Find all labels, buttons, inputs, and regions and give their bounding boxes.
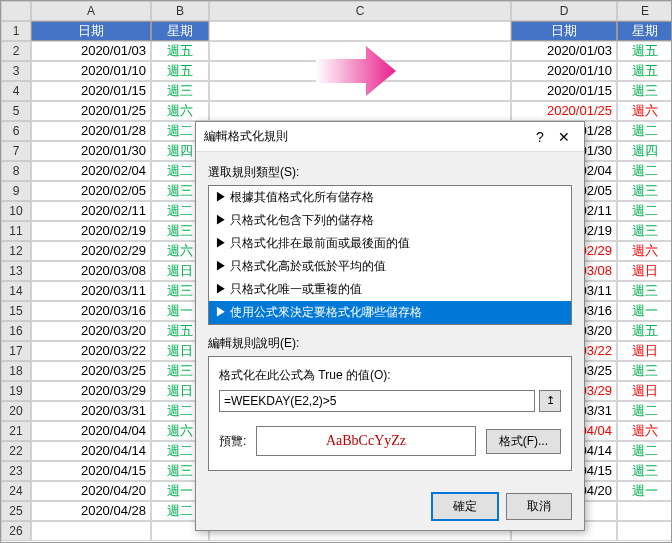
rule-type-list[interactable]: ▶ 根據其值格式化所有儲存格▶ 只格式化包含下列的儲存格▶ 只格式化排在最前面或… [208, 185, 572, 325]
cell-date[interactable]: 2020/01/10 [31, 61, 151, 81]
cell[interactable] [209, 81, 511, 101]
cell-weekday[interactable]: 週日 [617, 261, 672, 281]
cell-weekday[interactable]: 週五 [617, 41, 672, 61]
cell-date[interactable]: 2020/03/22 [31, 341, 151, 361]
cell-weekday[interactable]: 週三 [151, 81, 209, 101]
cell-weekday[interactable]: 週六 [617, 421, 672, 441]
cell-weekday[interactable]: 週四 [617, 141, 672, 161]
col-header-E[interactable]: E [617, 1, 672, 21]
cell[interactable] [209, 101, 511, 121]
cell-weekday[interactable]: 週三 [617, 461, 672, 481]
cell-date[interactable]: 2020/03/20 [31, 321, 151, 341]
row-header[interactable]: 12 [1, 241, 31, 261]
cell-weekday[interactable]: 週二 [617, 401, 672, 421]
cell-date[interactable]: 2020/02/11 [31, 201, 151, 221]
formula-input[interactable] [219, 390, 535, 412]
cell-weekday[interactable]: 週五 [151, 61, 209, 81]
col-header-B[interactable]: B [151, 1, 209, 21]
row-header[interactable]: 20 [1, 401, 31, 421]
cell-weekday[interactable]: 週二 [617, 161, 672, 181]
cell-weekday[interactable]: 週五 [151, 41, 209, 61]
close-icon[interactable]: ✕ [552, 129, 576, 145]
row-header[interactable]: 18 [1, 361, 31, 381]
cell-weekday[interactable]: 週三 [617, 181, 672, 201]
cell-weekday[interactable]: 週三 [617, 81, 672, 101]
cell-weekday[interactable]: 週二 [617, 121, 672, 141]
cell-weekday[interactable]: 週五 [617, 321, 672, 341]
row-header[interactable]: 21 [1, 421, 31, 441]
rule-type-item[interactable]: ▶ 只格式化包含下列的儲存格 [209, 209, 571, 232]
row-header[interactable]: 24 [1, 481, 31, 501]
corner-cell[interactable] [1, 1, 31, 21]
cell-weekday[interactable]: 週二 [617, 201, 672, 221]
header-cell[interactable]: 日期 [511, 21, 617, 41]
cell-date[interactable] [31, 521, 151, 541]
cell-weekday[interactable]: 週五 [617, 61, 672, 81]
header-cell[interactable]: 星期 [151, 21, 209, 41]
cell-date[interactable]: 2020/03/25 [31, 361, 151, 381]
cell-date[interactable]: 2020/01/10 [511, 61, 617, 81]
cell-date[interactable]: 2020/03/16 [31, 301, 151, 321]
row-header[interactable]: 13 [1, 261, 31, 281]
row-header[interactable]: 4 [1, 81, 31, 101]
cell[interactable] [209, 61, 511, 81]
row-header[interactable]: 23 [1, 461, 31, 481]
cell-date[interactable]: 2020/02/29 [31, 241, 151, 261]
rule-type-item[interactable]: ▶ 根據其值格式化所有儲存格 [209, 186, 571, 209]
row-header[interactable]: 14 [1, 281, 31, 301]
rule-type-item[interactable]: ▶ 使用公式來決定要格式化哪些儲存格 [209, 301, 571, 324]
cell-weekday[interactable]: 週六 [151, 101, 209, 121]
cancel-button[interactable]: 取消 [506, 493, 572, 520]
help-icon[interactable]: ? [528, 129, 552, 145]
row-header[interactable]: 25 [1, 501, 31, 521]
cell-date[interactable]: 2020/01/15 [511, 81, 617, 101]
cell-weekday[interactable]: 週六 [617, 241, 672, 261]
ok-button[interactable]: 確定 [432, 493, 498, 520]
cell-date[interactable]: 2020/01/15 [31, 81, 151, 101]
cell-date[interactable]: 2020/01/25 [511, 101, 617, 121]
cell-weekday[interactable]: 週日 [617, 381, 672, 401]
cell-weekday[interactable]: 週三 [617, 361, 672, 381]
row-header[interactable]: 17 [1, 341, 31, 361]
rule-type-item[interactable]: ▶ 只格式化排在最前面或最後面的值 [209, 232, 571, 255]
cell-date[interactable]: 2020/04/04 [31, 421, 151, 441]
cell-weekday[interactable]: 週三 [617, 221, 672, 241]
cell-date[interactable]: 2020/02/05 [31, 181, 151, 201]
row-header[interactable]: 2 [1, 41, 31, 61]
row-header[interactable]: 5 [1, 101, 31, 121]
row-header[interactable]: 8 [1, 161, 31, 181]
cell-date[interactable]: 2020/01/03 [511, 41, 617, 61]
cell[interactable] [209, 21, 511, 41]
cell-weekday[interactable] [617, 501, 672, 521]
cell-date[interactable]: 2020/02/19 [31, 221, 151, 241]
range-selector-icon[interactable]: ↥ [539, 390, 561, 412]
header-cell[interactable]: 日期 [31, 21, 151, 41]
cell-weekday[interactable]: 週六 [617, 101, 672, 121]
row-header[interactable]: 15 [1, 301, 31, 321]
cell-weekday[interactable] [617, 521, 672, 541]
cell-date[interactable]: 2020/03/31 [31, 401, 151, 421]
cell-weekday[interactable]: 週日 [617, 341, 672, 361]
col-header-D[interactable]: D [511, 1, 617, 21]
row-header[interactable]: 6 [1, 121, 31, 141]
row-header[interactable]: 26 [1, 521, 31, 541]
cell-date[interactable]: 2020/03/08 [31, 261, 151, 281]
cell-date[interactable]: 2020/03/29 [31, 381, 151, 401]
cell-date[interactable]: 2020/04/14 [31, 441, 151, 461]
cell-weekday[interactable]: 週一 [617, 481, 672, 501]
cell-date[interactable]: 2020/01/30 [31, 141, 151, 161]
row-header[interactable]: 1 [1, 21, 31, 41]
col-header-A[interactable]: A [31, 1, 151, 21]
header-cell[interactable]: 星期 [617, 21, 672, 41]
cell-date[interactable]: 2020/01/03 [31, 41, 151, 61]
format-button[interactable]: 格式(F)... [486, 429, 561, 454]
col-header-C[interactable]: C [209, 1, 511, 21]
row-header[interactable]: 9 [1, 181, 31, 201]
rule-type-item[interactable]: ▶ 只格式化高於或低於平均的值 [209, 255, 571, 278]
row-header[interactable]: 7 [1, 141, 31, 161]
row-header[interactable]: 11 [1, 221, 31, 241]
row-header[interactable]: 19 [1, 381, 31, 401]
cell-date[interactable]: 2020/04/20 [31, 481, 151, 501]
row-header[interactable]: 3 [1, 61, 31, 81]
rule-type-item[interactable]: ▶ 只格式化唯一或重複的值 [209, 278, 571, 301]
